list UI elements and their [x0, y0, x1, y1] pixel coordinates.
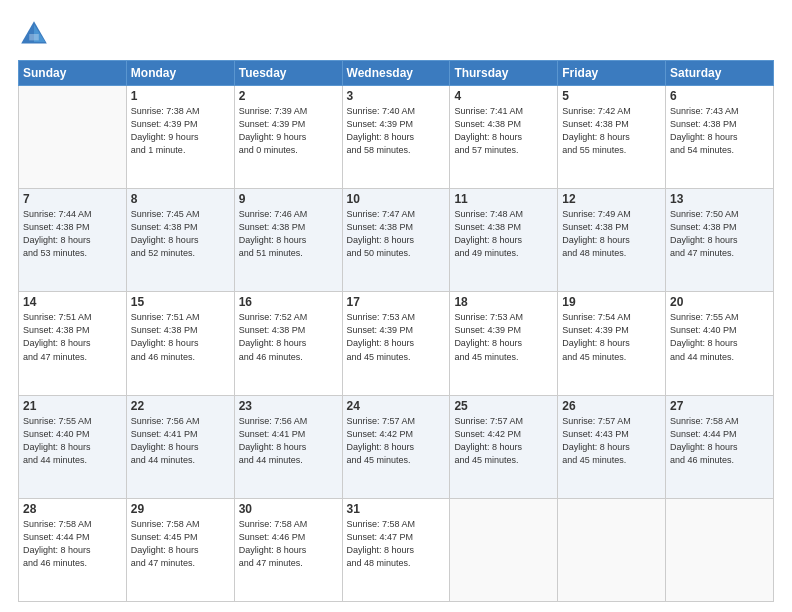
day-info: Sunrise: 7:52 AM Sunset: 4:38 PM Dayligh…: [239, 311, 338, 363]
day-number: 23: [239, 399, 338, 413]
day-number: 8: [131, 192, 230, 206]
day-number: 29: [131, 502, 230, 516]
calendar-cell-4-1: 29Sunrise: 7:58 AM Sunset: 4:45 PM Dayli…: [126, 498, 234, 601]
calendar-cell-3-0: 21Sunrise: 7:55 AM Sunset: 4:40 PM Dayli…: [19, 395, 127, 498]
weekday-saturday: Saturday: [666, 61, 774, 86]
weekday-wednesday: Wednesday: [342, 61, 450, 86]
day-info: Sunrise: 7:57 AM Sunset: 4:43 PM Dayligh…: [562, 415, 661, 467]
week-row-4: 28Sunrise: 7:58 AM Sunset: 4:44 PM Dayli…: [19, 498, 774, 601]
calendar-cell-2-1: 15Sunrise: 7:51 AM Sunset: 4:38 PM Dayli…: [126, 292, 234, 395]
day-number: 31: [347, 502, 446, 516]
day-number: 9: [239, 192, 338, 206]
day-number: 28: [23, 502, 122, 516]
calendar-cell-3-6: 27Sunrise: 7:58 AM Sunset: 4:44 PM Dayli…: [666, 395, 774, 498]
calendar-cell-2-5: 19Sunrise: 7:54 AM Sunset: 4:39 PM Dayli…: [558, 292, 666, 395]
day-number: 14: [23, 295, 122, 309]
calendar-cell-4-6: [666, 498, 774, 601]
day-info: Sunrise: 7:53 AM Sunset: 4:39 PM Dayligh…: [454, 311, 553, 363]
day-info: Sunrise: 7:46 AM Sunset: 4:38 PM Dayligh…: [239, 208, 338, 260]
week-row-3: 21Sunrise: 7:55 AM Sunset: 4:40 PM Dayli…: [19, 395, 774, 498]
calendar-cell-4-0: 28Sunrise: 7:58 AM Sunset: 4:44 PM Dayli…: [19, 498, 127, 601]
day-number: 7: [23, 192, 122, 206]
day-info: Sunrise: 7:53 AM Sunset: 4:39 PM Dayligh…: [347, 311, 446, 363]
day-info: Sunrise: 7:50 AM Sunset: 4:38 PM Dayligh…: [670, 208, 769, 260]
header: [18, 18, 774, 50]
week-row-1: 7Sunrise: 7:44 AM Sunset: 4:38 PM Daylig…: [19, 189, 774, 292]
day-number: 25: [454, 399, 553, 413]
day-number: 11: [454, 192, 553, 206]
weekday-friday: Friday: [558, 61, 666, 86]
page: SundayMondayTuesdayWednesdayThursdayFrid…: [0, 0, 792, 612]
day-info: Sunrise: 7:51 AM Sunset: 4:38 PM Dayligh…: [131, 311, 230, 363]
day-info: Sunrise: 7:58 AM Sunset: 4:47 PM Dayligh…: [347, 518, 446, 570]
weekday-monday: Monday: [126, 61, 234, 86]
day-number: 17: [347, 295, 446, 309]
calendar-cell-2-0: 14Sunrise: 7:51 AM Sunset: 4:38 PM Dayli…: [19, 292, 127, 395]
day-info: Sunrise: 7:58 AM Sunset: 4:46 PM Dayligh…: [239, 518, 338, 570]
calendar-cell-1-2: 9Sunrise: 7:46 AM Sunset: 4:38 PM Daylig…: [234, 189, 342, 292]
calendar-cell-1-0: 7Sunrise: 7:44 AM Sunset: 4:38 PM Daylig…: [19, 189, 127, 292]
day-number: 12: [562, 192, 661, 206]
calendar-cell-4-3: 31Sunrise: 7:58 AM Sunset: 4:47 PM Dayli…: [342, 498, 450, 601]
day-info: Sunrise: 7:57 AM Sunset: 4:42 PM Dayligh…: [454, 415, 553, 467]
day-number: 19: [562, 295, 661, 309]
calendar-cell-0-6: 6Sunrise: 7:43 AM Sunset: 4:38 PM Daylig…: [666, 86, 774, 189]
day-number: 27: [670, 399, 769, 413]
day-info: Sunrise: 7:55 AM Sunset: 4:40 PM Dayligh…: [670, 311, 769, 363]
calendar-cell-4-4: [450, 498, 558, 601]
day-info: Sunrise: 7:57 AM Sunset: 4:42 PM Dayligh…: [347, 415, 446, 467]
day-number: 2: [239, 89, 338, 103]
weekday-sunday: Sunday: [19, 61, 127, 86]
day-number: 18: [454, 295, 553, 309]
calendar-cell-0-4: 4Sunrise: 7:41 AM Sunset: 4:38 PM Daylig…: [450, 86, 558, 189]
weekday-thursday: Thursday: [450, 61, 558, 86]
day-number: 30: [239, 502, 338, 516]
weekday-header-row: SundayMondayTuesdayWednesdayThursdayFrid…: [19, 61, 774, 86]
day-info: Sunrise: 7:56 AM Sunset: 4:41 PM Dayligh…: [131, 415, 230, 467]
day-number: 6: [670, 89, 769, 103]
calendar-cell-1-1: 8Sunrise: 7:45 AM Sunset: 4:38 PM Daylig…: [126, 189, 234, 292]
calendar-cell-1-6: 13Sunrise: 7:50 AM Sunset: 4:38 PM Dayli…: [666, 189, 774, 292]
logo: [18, 18, 56, 50]
day-number: 13: [670, 192, 769, 206]
calendar-cell-0-5: 5Sunrise: 7:42 AM Sunset: 4:38 PM Daylig…: [558, 86, 666, 189]
calendar-cell-3-2: 23Sunrise: 7:56 AM Sunset: 4:41 PM Dayli…: [234, 395, 342, 498]
calendar-cell-3-4: 25Sunrise: 7:57 AM Sunset: 4:42 PM Dayli…: [450, 395, 558, 498]
day-number: 3: [347, 89, 446, 103]
logo-icon: [18, 18, 50, 50]
calendar-cell-4-5: [558, 498, 666, 601]
calendar-cell-3-3: 24Sunrise: 7:57 AM Sunset: 4:42 PM Dayli…: [342, 395, 450, 498]
day-number: 21: [23, 399, 122, 413]
calendar-cell-4-2: 30Sunrise: 7:58 AM Sunset: 4:46 PM Dayli…: [234, 498, 342, 601]
day-info: Sunrise: 7:44 AM Sunset: 4:38 PM Dayligh…: [23, 208, 122, 260]
day-info: Sunrise: 7:56 AM Sunset: 4:41 PM Dayligh…: [239, 415, 338, 467]
day-number: 22: [131, 399, 230, 413]
calendar-cell-0-3: 3Sunrise: 7:40 AM Sunset: 4:39 PM Daylig…: [342, 86, 450, 189]
week-row-0: 1Sunrise: 7:38 AM Sunset: 4:39 PM Daylig…: [19, 86, 774, 189]
day-info: Sunrise: 7:39 AM Sunset: 4:39 PM Dayligh…: [239, 105, 338, 157]
calendar-cell-3-5: 26Sunrise: 7:57 AM Sunset: 4:43 PM Dayli…: [558, 395, 666, 498]
calendar-cell-1-5: 12Sunrise: 7:49 AM Sunset: 4:38 PM Dayli…: [558, 189, 666, 292]
calendar-cell-3-1: 22Sunrise: 7:56 AM Sunset: 4:41 PM Dayli…: [126, 395, 234, 498]
svg-rect-2: [29, 34, 39, 40]
day-number: 1: [131, 89, 230, 103]
day-info: Sunrise: 7:49 AM Sunset: 4:38 PM Dayligh…: [562, 208, 661, 260]
weekday-tuesday: Tuesday: [234, 61, 342, 86]
day-info: Sunrise: 7:51 AM Sunset: 4:38 PM Dayligh…: [23, 311, 122, 363]
calendar-cell-1-3: 10Sunrise: 7:47 AM Sunset: 4:38 PM Dayli…: [342, 189, 450, 292]
day-number: 10: [347, 192, 446, 206]
calendar-cell-2-6: 20Sunrise: 7:55 AM Sunset: 4:40 PM Dayli…: [666, 292, 774, 395]
day-info: Sunrise: 7:45 AM Sunset: 4:38 PM Dayligh…: [131, 208, 230, 260]
calendar-cell-1-4: 11Sunrise: 7:48 AM Sunset: 4:38 PM Dayli…: [450, 189, 558, 292]
day-info: Sunrise: 7:48 AM Sunset: 4:38 PM Dayligh…: [454, 208, 553, 260]
day-info: Sunrise: 7:47 AM Sunset: 4:38 PM Dayligh…: [347, 208, 446, 260]
day-info: Sunrise: 7:41 AM Sunset: 4:38 PM Dayligh…: [454, 105, 553, 157]
day-number: 24: [347, 399, 446, 413]
calendar-cell-2-2: 16Sunrise: 7:52 AM Sunset: 4:38 PM Dayli…: [234, 292, 342, 395]
day-info: Sunrise: 7:58 AM Sunset: 4:45 PM Dayligh…: [131, 518, 230, 570]
day-info: Sunrise: 7:54 AM Sunset: 4:39 PM Dayligh…: [562, 311, 661, 363]
day-number: 15: [131, 295, 230, 309]
day-number: 26: [562, 399, 661, 413]
calendar-cell-0-2: 2Sunrise: 7:39 AM Sunset: 4:39 PM Daylig…: [234, 86, 342, 189]
day-number: 16: [239, 295, 338, 309]
